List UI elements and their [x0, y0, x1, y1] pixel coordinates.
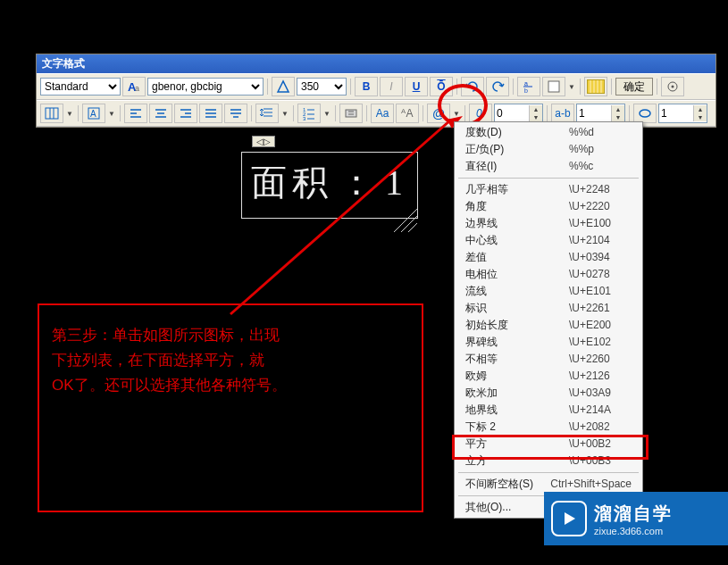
menu-item[interactable]: 欧米加\U+03A9	[455, 385, 642, 402]
chevron-down-icon[interactable]: ▼	[612, 113, 624, 121]
autocaps-button[interactable]: ᴬA	[396, 104, 419, 123]
tracking-input[interactable]	[577, 107, 611, 120]
linespacing-dropdown-icon[interactable]: ▼	[280, 110, 289, 118]
color-dropdown-icon[interactable]: ▼	[567, 83, 576, 91]
menu-item[interactable]: 直径(I)%%c	[455, 158, 642, 175]
menu-item[interactable]: 几乎相等\U+2248	[455, 181, 642, 198]
menu-item-code: \U+2248	[569, 182, 632, 197]
svg-line-42	[401, 216, 417, 232]
chevron-up-icon[interactable]: ▲	[612, 105, 624, 113]
mtext-justify-button[interactable]: A	[82, 104, 105, 123]
menu-item-label: 标识	[465, 301, 487, 316]
menu-item[interactable]: 不间断空格(S)Ctrl+Shift+Space	[455, 476, 642, 493]
align-center-button[interactable]	[149, 104, 172, 123]
menu-item[interactable]: 流线\U+E101	[455, 283, 642, 300]
oblique-spin[interactable]: ▲▼	[494, 104, 543, 123]
svg-text:a: a	[524, 80, 528, 87]
svg-rect-8	[46, 108, 58, 119]
columns-dropdown-icon[interactable]: ▼	[65, 110, 74, 118]
menu-item[interactable]: 地界线\U+214A	[455, 402, 642, 419]
width-spin[interactable]: ▲▼	[658, 104, 707, 123]
menu-item[interactable]: 正/负(P)%%p	[455, 141, 642, 158]
watermark-sub: zixue.3d66.com	[594, 526, 673, 536]
numbering-dropdown-icon[interactable]: ▼	[322, 110, 331, 118]
field-button[interactable]	[339, 104, 363, 123]
chevron-down-icon[interactable]: ▼	[694, 113, 707, 121]
columns-button[interactable]	[40, 104, 63, 123]
menu-item-code: \U+0394	[569, 250, 632, 265]
linespacing-button[interactable]	[255, 104, 279, 123]
oblique-label-icon: 0/	[469, 104, 492, 123]
menu-item[interactable]: 立方\U+00B3	[455, 453, 642, 469]
menu-item-label: 平方	[465, 436, 487, 452]
symbol-button[interactable]: @	[427, 104, 450, 123]
align-justify-button[interactable]	[199, 104, 222, 123]
menu-item-code: \U+E200	[569, 318, 632, 333]
svg-text:b: b	[524, 87, 528, 94]
resize-handle-icon[interactable]	[392, 207, 419, 234]
ruler-button[interactable]	[584, 77, 607, 96]
menu-item[interactable]: 度数(D)%%d	[455, 124, 642, 141]
menu-item[interactable]: 欧姆\U+2126	[455, 368, 642, 385]
italic-button[interactable]: I	[380, 77, 403, 96]
color-button[interactable]	[542, 77, 565, 96]
menu-item-label: 初始长度	[465, 318, 508, 333]
align-right-button[interactable]	[174, 104, 197, 123]
options-button[interactable]	[661, 77, 684, 96]
bold-button[interactable]: B	[355, 77, 378, 96]
overline-button[interactable]: Ō	[430, 77, 453, 96]
menu-item[interactable]: 边界线\U+E100	[455, 215, 642, 232]
underline-button[interactable]: U	[405, 77, 428, 96]
menu-item-code: \U+E102	[569, 335, 632, 350]
align-distribute-button[interactable]	[224, 104, 247, 123]
menu-item[interactable]: 电相位\U+0278	[455, 266, 642, 283]
chevron-down-icon[interactable]: ▼	[530, 113, 542, 121]
chevron-up-icon[interactable]: ▲	[694, 105, 707, 113]
menu-item-code: \U+E100	[569, 216, 632, 231]
svg-point-7	[672, 86, 674, 88]
undo-button[interactable]	[461, 77, 484, 96]
menu-item[interactable]: 差值\U+0394	[455, 249, 642, 266]
menu-item[interactable]: 平方\U+00B2	[455, 436, 642, 453]
font-select[interactable]: gbenor, gbcbig	[147, 78, 264, 96]
menu-item-code: \U+0278	[569, 267, 632, 282]
align-left-button[interactable]	[124, 104, 147, 123]
height-select[interactable]: 350	[297, 78, 347, 96]
font-icon: Aa	[122, 77, 146, 96]
oblique-input[interactable]	[495, 107, 529, 120]
redo-button[interactable]	[486, 77, 509, 96]
panel-title: 文字格式	[37, 54, 715, 73]
numbering-button[interactable]: 123	[297, 104, 321, 123]
annotative-icon[interactable]	[272, 77, 295, 96]
menu-item-label: 欧米加	[465, 386, 498, 401]
menu-item[interactable]: 界碑线\U+E102	[455, 334, 642, 351]
chevron-up-icon[interactable]: ▲	[530, 105, 542, 113]
width-input[interactable]	[659, 107, 693, 120]
menu-item-label: 角度	[465, 199, 487, 214]
tracking-label-icon: a-b	[551, 104, 574, 123]
menu-item-label: 中心线	[465, 233, 498, 248]
text-editor-box[interactable]: 面积 ： 1	[241, 152, 418, 219]
menu-item-label: 不相等	[465, 352, 498, 367]
symbol-dropdown-icon[interactable]: ▼	[452, 110, 461, 118]
menu-item-code: %%d	[569, 125, 632, 140]
mtext-justify-dropdown-icon[interactable]: ▼	[107, 110, 116, 118]
ruler-tab[interactable]: ◁▷	[252, 136, 275, 147]
uppercase-button[interactable]: Aa	[371, 104, 394, 123]
menu-item[interactable]: 中心线\U+2104	[455, 232, 642, 249]
style-select[interactable]: Standard	[40, 78, 121, 96]
tracking-spin[interactable]: ▲▼	[576, 104, 625, 123]
menu-item-code: %%c	[569, 159, 632, 174]
instruction-line-3: OK了。还可以选择其他各种符号。	[52, 373, 409, 398]
watermark-main: 溜溜自学	[594, 502, 673, 526]
menu-item-code: \U+2082	[569, 420, 632, 435]
menu-item[interactable]: 标识\U+2261	[455, 300, 642, 317]
menu-item[interactable]: 角度\U+2220	[455, 198, 642, 215]
sample-text-a: 面积	[251, 158, 333, 207]
menu-item[interactable]: 不相等\U+2260	[455, 351, 642, 368]
menu-item[interactable]: 初始长度\U+E200	[455, 317, 642, 334]
stack-button[interactable]: ab	[517, 77, 540, 96]
menu-item-label: 度数(D)	[465, 125, 502, 140]
ok-button[interactable]: 确定	[615, 78, 653, 96]
menu-item[interactable]: 下标 2\U+2082	[455, 419, 642, 436]
